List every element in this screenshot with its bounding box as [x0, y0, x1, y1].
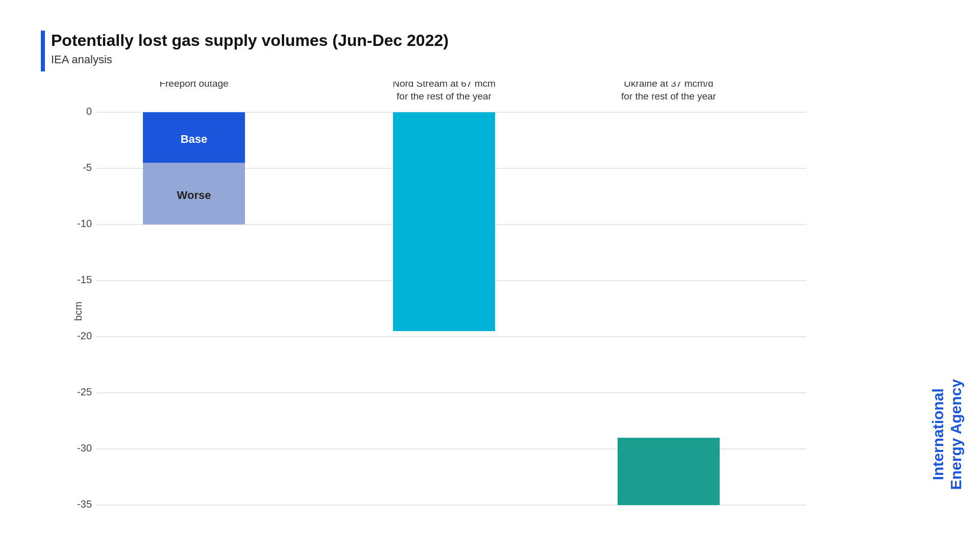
ytick-25: -25: [77, 386, 92, 397]
bar-label-base: Base: [181, 133, 208, 145]
label-nordstream-2: for the rest of the year: [397, 91, 492, 102]
label-ukraine-1: Ukraine at 37 mcm/d: [624, 82, 713, 89]
watermark-line1: International: [929, 388, 946, 480]
bar-nordstream: [393, 112, 495, 331]
accent-bar: [41, 31, 45, 71]
ytick-30: -30: [77, 442, 92, 454]
chart-svg: 0 -5 -10 -15 -20 -25 -30 -35 bcm Freepor…: [66, 82, 903, 525]
watermark-line2: Energy Agency: [947, 379, 964, 490]
title-text-block: Potentially lost gas supply volumes (Jun…: [51, 31, 449, 66]
chart-title: Potentially lost gas supply volumes (Jun…: [51, 31, 449, 50]
ytick-0: 0: [86, 106, 92, 117]
ytick-20: -20: [77, 330, 92, 341]
ytick-10: -10: [77, 218, 92, 229]
title-section: Potentially lost gas supply volumes (Jun…: [41, 31, 449, 71]
bar-ukraine: [618, 438, 720, 505]
chart-subtitle: IEA analysis: [51, 53, 449, 66]
y-axis-label: bcm: [72, 302, 84, 321]
bar-label-worse: Worse: [177, 189, 211, 202]
ytick-15: -15: [77, 274, 92, 285]
ytick-35: -35: [77, 498, 92, 510]
label-nordstream-1: Nord Stream at 67 mcm: [393, 82, 496, 89]
label-freeport: Freeport outage: [159, 82, 228, 89]
ytick-5: -5: [83, 162, 92, 173]
iea-watermark: International Energy Agency: [929, 379, 965, 490]
label-ukraine-2: for the rest of the year: [621, 91, 717, 102]
